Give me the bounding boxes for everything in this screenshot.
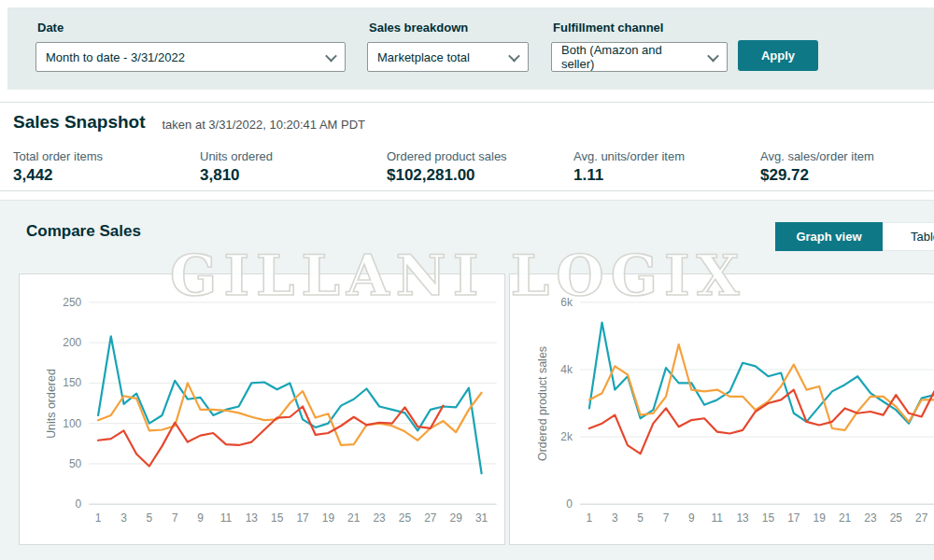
svg-text:15: 15 (271, 511, 284, 525)
svg-text:29: 29 (450, 511, 463, 525)
svg-text:6k: 6k (560, 296, 573, 309)
svg-text:7: 7 (663, 511, 670, 525)
sales-breakdown-filter-group: Sales breakdown Marketplace total (367, 21, 529, 72)
svg-text:27: 27 (915, 511, 928, 525)
svg-text:7: 7 (172, 511, 178, 525)
svg-text:5: 5 (147, 511, 153, 525)
filter-panel: Date Month to date - 3/31/2022 Sales bre… (7, 7, 934, 90)
svg-text:100: 100 (63, 417, 81, 430)
svg-text:200: 200 (63, 336, 81, 349)
compare-sales-title: Compare Sales (26, 222, 141, 241)
sales-breakdown-label: Sales breakdown (369, 21, 529, 35)
date-select-value: Month to date - 3/31/2022 (46, 50, 185, 64)
metric-units-ordered: Units ordered 3,810 (187, 142, 374, 190)
svg-text:13: 13 (246, 511, 259, 525)
compare-sales-section: Compare Sales Graph view Table GILLANI L… (0, 200, 934, 560)
units-ordered-line-chart: 0501001502002501357911131517192123252729… (20, 274, 504, 544)
chevron-down-icon (325, 49, 337, 62)
graph-view-button[interactable]: Graph view (775, 222, 883, 251)
svg-text:13: 13 (736, 511, 749, 525)
svg-text:23: 23 (373, 511, 386, 525)
svg-text:27: 27 (424, 511, 437, 525)
svg-text:Units ordered: Units ordered (45, 369, 58, 439)
metric-value: 1.11 (573, 166, 747, 185)
svg-text:1: 1 (587, 511, 593, 525)
date-select[interactable]: Month to date - 3/31/2022 (35, 42, 346, 72)
svg-text:150: 150 (63, 376, 81, 389)
sales-snapshot-header: Sales Snapshot taken at 3/31/2022, 10:20… (0, 102, 934, 143)
svg-text:Ordered product sales: Ordered product sales (536, 346, 549, 461)
chevron-down-icon (508, 49, 520, 62)
svg-text:250: 250 (63, 296, 81, 309)
metric-label: Units ordered (200, 149, 374, 163)
svg-text:21: 21 (347, 511, 361, 525)
svg-text:31: 31 (475, 511, 488, 525)
ordered-product-sales-line-chart: 02k4k6k135791113151719212325272931Ordere… (510, 274, 934, 544)
svg-text:17: 17 (296, 511, 309, 525)
date-filter-label: Date (37, 21, 346, 35)
metric-avg-sales-per-order-item: Avg. sales/order item $29.72 (747, 142, 934, 190)
svg-text:9: 9 (688, 511, 695, 525)
metric-avg-units-per-order-item: Avg. units/order item 1.11 (560, 142, 747, 190)
ordered-product-sales-chart-card: 02k4k6k135791113151719212325272931Ordere… (509, 273, 934, 545)
table-view-button[interactable]: Table (883, 222, 934, 251)
date-filter-group: Date Month to date - 3/31/2022 (35, 21, 346, 72)
metric-value: $102,281.00 (387, 166, 560, 185)
units-ordered-chart-card: 0501001502002501357911131517192123252729… (19, 273, 505, 545)
metric-value: 3,442 (13, 166, 187, 185)
metric-label: Total order items (13, 149, 187, 163)
svg-text:50: 50 (69, 457, 82, 470)
metric-ordered-product-sales: Ordered product sales $102,281.00 (374, 142, 560, 190)
chevron-down-icon (707, 49, 719, 62)
metric-value: $29.72 (760, 166, 934, 185)
metric-label: Avg. sales/order item (760, 149, 934, 163)
sales-breakdown-select[interactable]: Marketplace total (367, 42, 529, 72)
svg-text:3: 3 (612, 511, 618, 525)
sales-breakdown-select-value: Marketplace total (377, 50, 470, 64)
svg-text:3: 3 (120, 511, 127, 525)
svg-text:5: 5 (637, 511, 644, 525)
svg-text:17: 17 (787, 511, 800, 525)
svg-text:15: 15 (762, 511, 775, 525)
svg-text:11: 11 (712, 511, 724, 525)
svg-text:0: 0 (566, 497, 573, 511)
fulfillment-channel-select-value: Both (Amazon and seller) (561, 43, 698, 71)
metric-label: Avg. units/order item (573, 149, 747, 163)
fulfillment-channel-label: Fulfillment channel (553, 21, 728, 35)
metric-total-order-items: Total order items 3,442 (0, 142, 187, 190)
apply-button[interactable]: Apply (738, 40, 818, 71)
sales-snapshot-timestamp: taken at 3/31/2022, 10:20:41 AM PDT (163, 114, 366, 132)
svg-text:2k: 2k (560, 430, 573, 443)
metric-label: Ordered product sales (387, 149, 560, 163)
sales-snapshot-title: Sales Snapshot (13, 112, 146, 133)
svg-text:19: 19 (814, 511, 827, 525)
svg-text:19: 19 (322, 511, 335, 525)
svg-text:21: 21 (839, 511, 852, 525)
svg-text:0: 0 (76, 497, 82, 511)
svg-text:25: 25 (890, 511, 903, 525)
fulfillment-channel-select[interactable]: Both (Amazon and seller) (551, 42, 728, 72)
metrics-row: Total order items 3,442 Units ordered 3,… (0, 142, 934, 191)
svg-text:25: 25 (399, 511, 412, 525)
svg-text:23: 23 (864, 511, 877, 525)
fulfillment-channel-filter-group: Fulfillment channel Both (Amazon and sel… (551, 21, 728, 72)
svg-text:4k: 4k (560, 363, 573, 376)
svg-text:11: 11 (220, 511, 233, 525)
svg-text:9: 9 (197, 511, 204, 525)
svg-text:1: 1 (95, 511, 102, 525)
metric-value: 3,810 (200, 166, 374, 185)
